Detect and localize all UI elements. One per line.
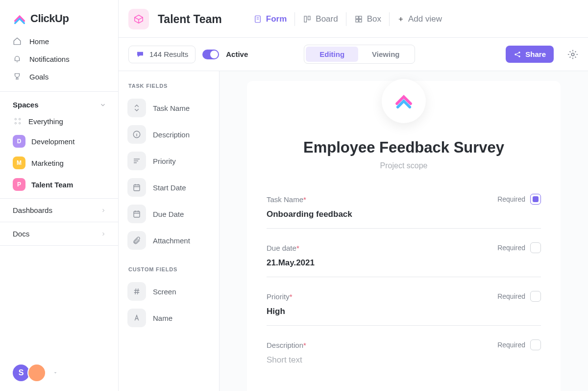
bell-icon — [13, 54, 22, 63]
view-tab-label: Box — [367, 14, 381, 24]
form-field-value[interactable]: Onboarding feedback — [267, 209, 541, 225]
required-checkbox[interactable] — [530, 291, 541, 302]
spaces-header[interactable]: Spaces — [0, 92, 118, 112]
svg-point-2 — [15, 123, 16, 124]
field-label: Start Date — [153, 183, 186, 192]
form-subtitle[interactable]: Project scope — [267, 161, 541, 170]
svg-rect-7 — [356, 16, 358, 19]
nav-docs[interactable]: Docs — [0, 222, 118, 246]
form-field-value[interactable]: 21.May.2021 — [267, 258, 541, 274]
required-text: Required — [497, 195, 525, 203]
field-priority[interactable]: Priority — [123, 148, 214, 174]
svg-point-1 — [19, 118, 21, 120]
nav-goals[interactable]: Goals — [0, 68, 118, 85]
info-icon — [127, 125, 146, 144]
form-field-priority[interactable]: Priority* Required High — [267, 282, 541, 326]
view-tab-box[interactable]: Box — [346, 12, 389, 26]
required-checkbox[interactable] — [530, 242, 541, 253]
nav-goals-label: Goals — [29, 73, 49, 81]
nav-dashboards-label: Dashboards — [13, 206, 52, 214]
spaces-header-label: Spaces — [13, 101, 39, 109]
form-field-placeholder[interactable]: Short text — [267, 355, 541, 371]
required-text: Required — [497, 341, 525, 349]
add-view-button[interactable]: Add view — [389, 12, 450, 26]
field-screen[interactable]: Screen — [123, 278, 214, 305]
form-field-label: Due date* — [267, 244, 299, 252]
svg-rect-16 — [134, 185, 140, 191]
space-development[interactable]: D Development — [0, 130, 118, 152]
box-icon — [133, 14, 144, 25]
field-due-date[interactable]: Due Date — [123, 201, 214, 227]
board-icon — [303, 15, 312, 24]
nav-notifications[interactable]: Notifications — [0, 50, 118, 68]
space-marketing[interactable]: M Marketing — [0, 152, 118, 174]
sidebar: ClickUp Home Notifications Goals Spaces … — [0, 0, 119, 391]
form-field-description[interactable]: Description* Required Short text — [267, 331, 541, 374]
required-checkbox[interactable] — [530, 339, 541, 350]
field-start-date[interactable]: Start Date — [123, 174, 214, 201]
calendar-icon — [127, 178, 146, 197]
nav-dashboards[interactable]: Dashboards — [0, 199, 118, 222]
content-area: TASK FIELDS Task Name Description Priori… — [119, 71, 588, 391]
field-label: Description — [153, 130, 190, 139]
space-label: Marketing — [31, 159, 64, 167]
svg-point-14 — [571, 53, 574, 56]
form-icon — [253, 15, 262, 24]
calendar-icon — [127, 205, 146, 223]
mode-viewing[interactable]: Viewing — [358, 47, 413, 62]
nav-docs-label: Docs — [13, 230, 29, 238]
field-attachment[interactable]: Attachment — [123, 227, 214, 254]
field-task-name[interactable]: Task Name — [123, 95, 214, 121]
svg-rect-6 — [308, 16, 311, 20]
space-talent-team[interactable]: P Talent Team — [0, 174, 118, 195]
form-field-label: Priority* — [267, 292, 293, 301]
space-icon-chip — [128, 9, 149, 29]
svg-rect-8 — [359, 16, 361, 19]
share-icon — [514, 51, 521, 58]
app-logo[interactable]: ClickUp — [0, 0, 118, 32]
view-tab-form[interactable]: Form — [245, 12, 295, 26]
caret-down-icon — [53, 370, 58, 375]
add-view-label: Add view — [408, 14, 442, 24]
field-label: Due Date — [153, 210, 184, 218]
field-label: Priority — [153, 157, 176, 165]
text-icon — [127, 309, 146, 327]
field-description[interactable]: Description — [123, 121, 214, 148]
field-label: Attachment — [153, 236, 190, 245]
clickup-logo-icon — [13, 12, 26, 26]
form-field-task-name[interactable]: Task Name* Required Onboarding feedback — [267, 185, 541, 229]
space-everything[interactable]: Everything — [0, 112, 118, 130]
nav-home[interactable]: Home — [0, 32, 118, 50]
user-avatars[interactable]: S — [0, 355, 118, 391]
custom-fields-header: CUSTOM FIELDS — [123, 261, 214, 278]
settings-button[interactable] — [567, 49, 578, 60]
active-toggle[interactable] — [202, 50, 219, 59]
svg-point-0 — [15, 118, 16, 120]
view-tab-board[interactable]: Board — [294, 12, 345, 26]
form-field-due-date[interactable]: Due date* Required 21.May.2021 — [267, 234, 541, 277]
field-name[interactable]: Name — [123, 305, 214, 331]
form-field-value[interactable]: High — [267, 307, 541, 322]
results-pill[interactable]: 144 Results — [128, 46, 196, 63]
hash-icon — [127, 282, 146, 301]
share-button[interactable]: Share — [506, 46, 554, 63]
toolbar: 144 Results Active Editing Viewing Share — [119, 38, 588, 71]
space-everything-label: Everything — [28, 117, 63, 126]
fields-panel: TASK FIELDS Task Name Description Priori… — [119, 71, 220, 391]
nav-notifications-label: Notifications — [29, 55, 70, 63]
mode-editing[interactable]: Editing — [306, 47, 358, 62]
required-checkbox[interactable] — [530, 194, 541, 205]
field-label: Screen — [153, 287, 176, 296]
trophy-icon — [13, 72, 22, 81]
mode-switch: Editing Viewing — [304, 45, 415, 64]
svg-rect-10 — [359, 20, 361, 22]
attachment-icon — [127, 231, 146, 250]
svg-point-3 — [19, 123, 21, 124]
grid-dots-icon — [13, 116, 23, 126]
space-badge: P — [13, 178, 25, 191]
required-text: Required — [497, 244, 525, 252]
chevron-right-icon — [100, 208, 106, 213]
form-logo[interactable] — [382, 79, 426, 123]
active-toggle-label: Active — [226, 50, 248, 58]
form-title[interactable]: Employee Feedback Survey — [267, 139, 541, 156]
